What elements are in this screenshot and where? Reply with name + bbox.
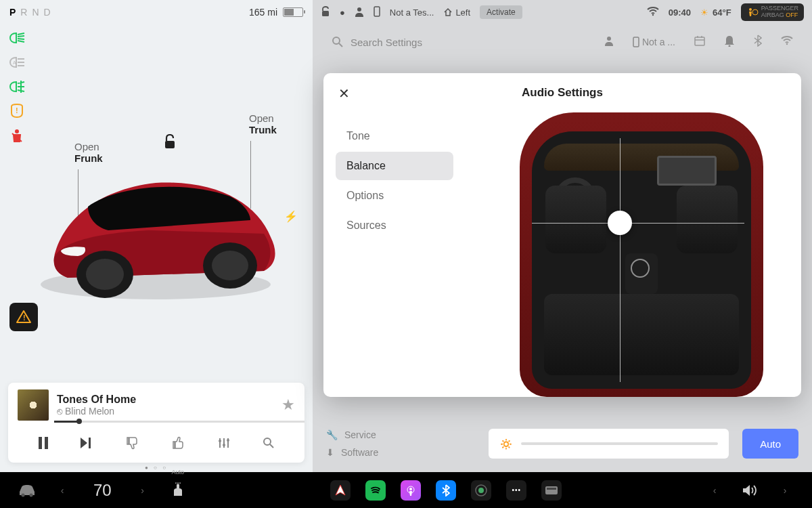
profile-icon[interactable] <box>355 6 364 19</box>
brightness-icon: 🔅 <box>499 438 513 450</box>
bluetooth-icon[interactable] <box>754 35 762 49</box>
audio-tabs: Tone Balance Options Sources <box>323 112 466 397</box>
range-display: 165 mi <box>249 7 303 18</box>
camera-app-icon[interactable] <box>468 477 495 504</box>
search-placeholder: Search Settings <box>351 37 422 48</box>
temp-down-button[interactable]: ‹ <box>49 477 76 504</box>
car-app-icon[interactable] <box>14 477 41 504</box>
svg-point-20 <box>652 14 654 15</box>
more-apps-icon[interactable]: ••• <box>503 477 530 504</box>
svg-point-29 <box>22 493 25 496</box>
volume-down-button[interactable]: ‹ <box>701 477 728 504</box>
homelink[interactable]: Left <box>443 7 470 18</box>
dashcam-app-icon[interactable] <box>538 477 565 504</box>
track-artist: ⎋Blind Melon <box>57 406 273 417</box>
search-settings-input[interactable]: Search Settings <box>332 36 592 48</box>
brightness-slider[interactable]: 🔅 <box>489 429 729 459</box>
wrench-icon: 🔧 <box>326 429 338 440</box>
weather[interactable]: ☀64°F <box>700 7 731 18</box>
temp-up-button[interactable]: › <box>129 477 156 504</box>
bluetooth-app-icon[interactable] <box>432 477 459 504</box>
spotify-app-icon[interactable] <box>362 477 389 504</box>
wifi-icon[interactable] <box>781 36 793 48</box>
thumbs-down-button[interactable] <box>127 436 140 453</box>
svg-point-27 <box>729 45 731 47</box>
gear-p: P <box>9 7 16 18</box>
volume-up-button[interactable]: › <box>771 477 798 504</box>
next-button[interactable] <box>81 438 94 452</box>
settings-service-row[interactable]: 🔧Service <box>326 429 475 440</box>
wifi-icon[interactable] <box>647 7 659 18</box>
profile-name[interactable]: Not a Tes... <box>390 7 434 18</box>
page-dots[interactable]: ● ○ ○ <box>0 465 313 471</box>
tab-sources[interactable]: Sources <box>336 211 453 240</box>
tpms-icon: ! <box>8 104 26 119</box>
svg-rect-12 <box>89 438 91 448</box>
bottom-dock: ‹ 70 › Auto ••• ‹ › <box>0 472 812 508</box>
search-button[interactable] <box>263 437 275 452</box>
gear-r: R <box>20 7 27 18</box>
cast-icon: ⎋ <box>57 406 62 417</box>
warning-badge[interactable]: ! <box>9 303 38 331</box>
sun-icon: ☀ <box>700 7 708 18</box>
profile-icon[interactable] <box>604 35 614 49</box>
status-icons-column: A ! <box>8 30 26 143</box>
phone-short[interactable]: Not a ... <box>633 37 675 47</box>
svg-rect-26 <box>695 37 704 45</box>
cabin-temp[interactable]: 70 <box>84 481 121 500</box>
track-progress[interactable] <box>54 421 304 423</box>
svg-point-30 <box>30 493 33 496</box>
car-render <box>27 142 291 318</box>
sentry-icon[interactable]: ● <box>340 7 345 18</box>
balance-crosshair-v <box>620 138 621 382</box>
balance-control-dot[interactable] <box>608 211 632 235</box>
podcasts-app-icon[interactable] <box>397 477 424 504</box>
svg-rect-36 <box>547 488 556 490</box>
svg-point-18 <box>357 7 361 12</box>
calendar-icon[interactable] <box>694 35 705 49</box>
lock-status-icon[interactable] <box>321 6 330 19</box>
media-card[interactable]: Tones Of Home ⎋Blind Melon ★ <box>8 383 304 463</box>
clock: 09:40 <box>669 7 691 18</box>
gear-indicator: P R N D <box>9 7 51 18</box>
svg-point-31 <box>409 488 412 490</box>
thumbs-up-button[interactable] <box>173 436 186 453</box>
volume-icon[interactable] <box>736 477 763 504</box>
seat-heater-left[interactable]: Auto <box>164 477 191 504</box>
pause-button[interactable] <box>38 437 49 452</box>
svg-rect-11 <box>45 437 48 449</box>
eq-button[interactable] <box>218 437 230 452</box>
auto-highbeam-icon: A <box>8 55 26 70</box>
svg-point-23 <box>333 37 340 44</box>
notification-icon[interactable] <box>724 35 735 49</box>
close-button[interactable]: ✕ <box>338 85 350 102</box>
car-topdown[interactable] <box>479 112 801 397</box>
svg-point-13 <box>219 440 221 442</box>
phone-icon[interactable] <box>374 6 380 19</box>
svg-rect-10 <box>39 437 42 449</box>
top-statusbar: ● Not a Tes... Left Activate 09:40 ☀64°F… <box>313 0 812 24</box>
tab-options[interactable]: Options <box>336 182 453 210</box>
brightness-auto-button[interactable]: Auto <box>742 429 798 459</box>
tab-balance[interactable]: Balance <box>336 152 453 180</box>
modal-title: Audio Settings <box>522 86 603 100</box>
seat-heat-auto-label: Auto <box>171 469 184 475</box>
open-trunk-button[interactable]: OpenTrunk <box>249 112 277 135</box>
favorite-button[interactable]: ★ <box>281 396 295 414</box>
download-icon: ⬇ <box>326 447 334 458</box>
svg-point-2 <box>15 129 19 133</box>
svg-text:!: ! <box>16 106 18 114</box>
left-panel: P R N D 165 mi A ! OpenFrunk OpenTrunk <box>0 0 313 472</box>
album-art <box>18 389 49 421</box>
track-title: Tones Of Home <box>57 394 273 406</box>
nav-app-icon[interactable] <box>327 477 354 504</box>
battery-icon <box>283 7 303 17</box>
tab-tone[interactable]: Tone <box>336 122 453 150</box>
balance-crosshair-h <box>532 223 744 224</box>
svg-point-15 <box>227 439 229 442</box>
settings-software-row[interactable]: ⬇Software <box>326 447 475 458</box>
balance-center-marker <box>631 259 650 278</box>
seatbelt-icon <box>8 128 26 143</box>
activate-button[interactable]: Activate <box>480 5 522 19</box>
svg-point-28 <box>786 43 788 45</box>
